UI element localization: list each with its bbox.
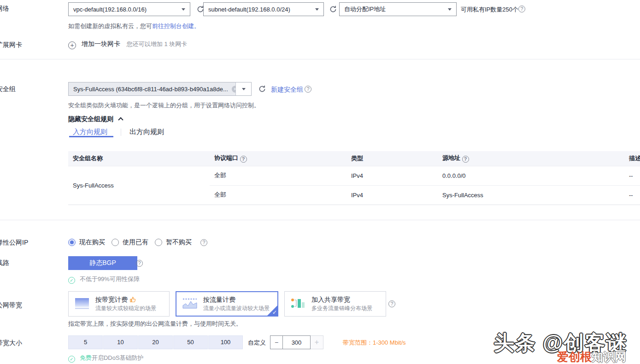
card-subtitle: 多业务流量错峰分布场景 xyxy=(311,305,372,311)
refresh-subnet-icon[interactable] xyxy=(329,5,337,13)
chevron-up-icon xyxy=(118,117,123,122)
minus-button[interactable] xyxy=(270,335,283,349)
type-cell: IPv4 xyxy=(346,166,438,185)
section-divider xyxy=(0,59,640,59)
ip-assign-select-value: 自动分配IP地址 xyxy=(344,5,386,13)
goto-console-link[interactable]: 前往控制台创建。 xyxy=(152,23,200,29)
card-bandwidth-billing[interactable]: 按带宽计费 流量较大或较稳定的场景 xyxy=(68,291,170,317)
radio-label: 使用已有 xyxy=(123,238,148,247)
help-icon[interactable] xyxy=(388,300,395,307)
watermark-line2: 爱创根知识网 xyxy=(557,349,626,364)
vpc-hint-text: 如需创建新的虚拟私有云，您可 xyxy=(68,23,152,29)
bandwidth-range-text: 带宽范围：1-300 Mbit/s xyxy=(343,339,406,347)
static-bgp-button[interactable]: 静态BGP xyxy=(68,256,137,270)
available-ip-text: 可用私有IP数量250个 xyxy=(461,6,518,14)
tab-outbound-rules[interactable]: 出方向规则 xyxy=(129,128,164,136)
card-shared-bandwidth[interactable]: 加入共享带宽 多业务流量错峰分布场景 xyxy=(284,291,386,317)
vpc-select[interactable]: vpc-default(192.168.0.0/16) xyxy=(68,2,190,16)
source-cell: 0.0.0.0/0 xyxy=(438,166,624,185)
table-row: Sys-FullAccess 全部 IPv4 0.0.0.0/0 -- xyxy=(68,166,640,185)
tab-active-underline xyxy=(69,136,113,137)
help-icon[interactable] xyxy=(462,156,469,163)
line-label: 线路 xyxy=(0,259,56,267)
radio-label: 暂不购买 xyxy=(166,238,192,247)
security-group-dropdown-toggle[interactable] xyxy=(235,82,251,95)
clear-icon[interactable] xyxy=(232,86,235,93)
guarantee-text: 不低于99%可用性保障 xyxy=(80,276,140,282)
preset-5[interactable]: 5 xyxy=(68,335,103,349)
availability-guarantee: 不低于99%可用性保障 xyxy=(68,275,140,284)
help-icon[interactable] xyxy=(136,260,143,267)
radio-unselected-icon xyxy=(155,239,162,246)
radio-buy-now[interactable]: 现在购买 xyxy=(68,238,105,247)
preset-20[interactable]: 20 xyxy=(138,335,173,349)
plus-button-disabled[interactable] xyxy=(311,335,323,349)
card-title: 按流量计费 xyxy=(203,296,235,303)
eip-label: 弹性公网IP xyxy=(0,239,56,247)
radio-unselected-icon xyxy=(112,239,119,246)
traffic-chart-icon xyxy=(182,297,198,311)
type-cell: IPv4 xyxy=(346,185,438,205)
col-group-name: 安全组名称 xyxy=(68,151,210,166)
card-text: 按流量计费 流量小或流量波动较大场景 xyxy=(203,295,270,312)
security-group-desc: 安全组类似防火墙功能，是一个逻辑上的分组，用于设置网络访问控制。 xyxy=(68,101,260,110)
ddos-rest-text: 开启DDoS基础防护 xyxy=(92,354,144,361)
radio-not-buy[interactable]: 暂不购买 xyxy=(155,238,192,247)
preset-50[interactable]: 50 xyxy=(173,335,208,349)
security-group-label: 安全组 xyxy=(0,85,56,94)
card-subtitle: 流量较大或较稳定的场景 xyxy=(95,305,156,311)
check-circle-icon xyxy=(68,277,75,284)
col-source: 源地址 xyxy=(438,151,624,166)
help-icon[interactable] xyxy=(240,156,247,163)
protocol-cell: 全部 xyxy=(210,166,346,185)
ip-assign-select[interactable]: 自动分配IP地址 xyxy=(339,2,457,16)
watermark-grey-text: 知识网 xyxy=(592,350,626,363)
security-group-chip: Sys-FullAccess (634bc6f8-c811-46ad-b893-… xyxy=(69,82,235,95)
new-security-group-link[interactable]: 新建安全组 xyxy=(271,86,303,94)
card-title: 按带宽计费 xyxy=(95,296,136,303)
bandwidth-chart-icon xyxy=(74,297,90,311)
card-text: 按带宽计费 流量较大或较稳定的场景 xyxy=(95,295,156,312)
toggle-security-rules[interactable]: 隐藏安全组规则 xyxy=(68,115,123,123)
shared-bandwidth-icon xyxy=(290,297,306,311)
source-link-cell[interactable]: Sys-FullAccess xyxy=(438,185,624,205)
billing-hint: 指定带宽上限，按实际使用的出公网流量计费，与使用时间无关。 xyxy=(68,320,242,328)
subnet-select-value: subnet-default(192.168.0.0/24) xyxy=(208,6,290,13)
tab-inbound-rules[interactable]: 入方向规则 xyxy=(73,128,107,136)
bandwidth-billing-label: 公网带宽 xyxy=(0,301,56,310)
toggle-security-rules-label: 隐藏安全组规则 xyxy=(68,115,113,123)
watermark-orange-text: 爱创根 xyxy=(557,350,592,363)
chevron-down-icon xyxy=(448,8,452,11)
add-nic-hint: 您还可以增加 1 块网卡 xyxy=(127,41,187,47)
group-name-cell: Sys-FullAccess xyxy=(68,166,210,205)
subnet-select[interactable]: subnet-default(192.168.0.0/24) xyxy=(203,2,324,16)
network-label: 网络 xyxy=(0,5,56,13)
preset-100[interactable]: 100 xyxy=(208,335,243,349)
add-nic-button[interactable]: 增加一块网卡 您还可以增加 1 块网卡 xyxy=(68,40,187,49)
thumbs-up-icon xyxy=(129,296,136,303)
bandwidth-stepper xyxy=(270,335,323,349)
bandwidth-size-label: 带宽大小 xyxy=(0,339,56,347)
extra-nic-label: 扩展网卡 xyxy=(0,41,56,49)
refresh-security-group-icon[interactable] xyxy=(258,85,266,93)
col-protocol-port: 协议端口 xyxy=(210,151,346,166)
chevron-down-icon xyxy=(315,8,319,11)
preset-10[interactable]: 10 xyxy=(103,335,138,349)
help-icon[interactable] xyxy=(200,239,207,246)
bandwidth-input[interactable] xyxy=(283,335,311,349)
help-icon[interactable] xyxy=(305,86,311,93)
security-group-select[interactable]: Sys-FullAccess (634bc6f8-c811-46ad-b893-… xyxy=(68,82,252,96)
table-header-row: 安全组名称 协议端口 类型 源地址 描述 xyxy=(68,151,640,166)
ddos-protection: 免费开启DDoS基础防护 xyxy=(68,354,144,363)
help-icon[interactable] xyxy=(518,6,525,12)
add-nic-label: 增加一块网卡 xyxy=(82,40,120,47)
radio-use-existing[interactable]: 使用已有 xyxy=(112,238,148,247)
section-divider xyxy=(0,220,640,220)
card-traffic-billing[interactable]: 按流量计费 流量小或流量波动较大场景 xyxy=(176,291,278,317)
chevron-down-icon xyxy=(182,8,185,11)
plus-circle-icon xyxy=(68,41,76,49)
security-group-value: Sys-FullAccess (634bc6f8-c811-46ad-b893-… xyxy=(73,86,228,93)
ecs-network-config-page: 网络 vpc-default(192.168.0.0/16) subnet-de… xyxy=(0,0,640,364)
radio-selected-icon xyxy=(68,239,76,246)
protocol-cell: 全部 xyxy=(210,185,346,205)
